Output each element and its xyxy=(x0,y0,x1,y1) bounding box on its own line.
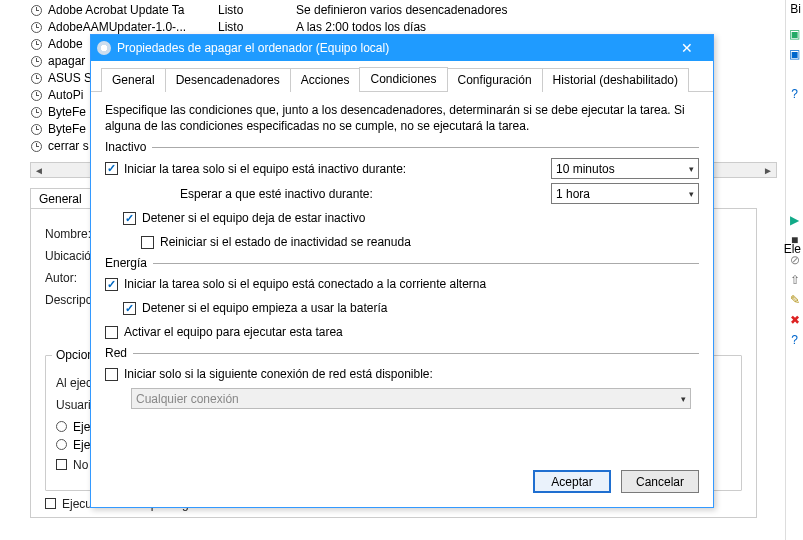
region-bi: Bi xyxy=(790,2,801,16)
chevron-down-icon: ▾ xyxy=(689,164,694,174)
tab-conditions[interactable]: Condiciones xyxy=(359,67,447,91)
checkbox-wake-to-run[interactable] xyxy=(105,326,118,339)
checkbox-restart-if-idle[interactable] xyxy=(141,236,154,249)
section-power: Energía Iniciar la tarea solo si el equi… xyxy=(105,256,699,342)
divider xyxy=(152,147,699,148)
checkbox-stop-on-battery[interactable] xyxy=(123,302,136,315)
dialog-content: Especifique las condiciones que, junto a… xyxy=(91,92,713,460)
clock-icon xyxy=(28,87,44,103)
app-icon xyxy=(97,41,111,55)
select-value: Cualquier conexión xyxy=(136,392,681,406)
label-stop-if-not-idle: Detener si el equipo deja de estar inact… xyxy=(142,211,365,225)
help-icon[interactable]: ? xyxy=(787,86,803,102)
select-wait-idle[interactable]: 1 hora ▾ xyxy=(551,183,699,204)
properties-dialog: Propiedades de apagar el ordenador (Equi… xyxy=(90,34,714,508)
checkbox-stop-if-not-idle[interactable] xyxy=(123,212,136,225)
dialog-tabbar: General Desencadenadores Acciones Condic… xyxy=(91,61,713,92)
select-network-connection: Cualquier conexión ▾ xyxy=(131,388,691,409)
select-value: 1 hora xyxy=(556,187,689,201)
export-icon[interactable]: ⇧ xyxy=(787,272,803,288)
label-start-on-ac: Iniciar la tarea solo si el equipo está … xyxy=(124,277,486,291)
tab-general[interactable]: General xyxy=(101,68,166,92)
tab-general-bg[interactable]: General xyxy=(30,188,91,209)
scroll-right-icon[interactable]: ► xyxy=(760,163,776,177)
folder-icon[interactable]: ▣ xyxy=(787,26,803,42)
tab-history[interactable]: Historial (deshabilitado) xyxy=(542,68,689,92)
checkbox-start-if-net[interactable] xyxy=(105,368,118,381)
dialog-title: Propiedades de apagar el ordenador (Equi… xyxy=(117,41,667,55)
import-icon[interactable]: ▣ xyxy=(787,46,803,62)
select-idle-duration[interactable]: 10 minutos ▾ xyxy=(551,158,699,179)
cancel-button[interactable]: Cancelar xyxy=(621,470,699,493)
divider xyxy=(133,353,699,354)
section-idle-title: Inactivo xyxy=(105,140,146,154)
clock-icon xyxy=(28,104,44,120)
properties-icon[interactable]: ✎ xyxy=(787,292,803,308)
task-trigger: Se definieron varios desencadenadores xyxy=(296,2,803,19)
section-network-title: Red xyxy=(105,346,127,360)
clock-icon xyxy=(28,2,44,18)
run-icon[interactable]: ▶ xyxy=(787,212,803,228)
ok-button[interactable]: Aceptar xyxy=(533,470,611,493)
divider xyxy=(787,66,803,82)
label-stop-on-battery: Detener si el equipo empieza a usar la b… xyxy=(142,301,387,315)
section-power-title: Energía xyxy=(105,256,147,270)
task-name: Adobe Acrobat Update Ta xyxy=(48,2,218,19)
label-restart-if-idle: Reiniciar si el estado de inactividad se… xyxy=(160,235,411,249)
clock-icon xyxy=(28,53,44,69)
tab-config[interactable]: Configuración xyxy=(447,68,543,92)
close-button[interactable]: ✕ xyxy=(667,37,707,59)
task-row[interactable]: Adobe Acrobat Update Ta Listo Se definie… xyxy=(28,2,803,19)
label-wake-to-run: Activar el equipo para ejecutar esta tar… xyxy=(124,325,343,339)
clock-icon xyxy=(28,19,44,35)
intro-text: Especifique las condiciones que, junto a… xyxy=(105,102,699,134)
section-idle: Inactivo Iniciar la tarea solo si el equ… xyxy=(105,140,699,252)
chevron-down-icon: ▾ xyxy=(681,394,686,404)
checkbox-start-on-ac[interactable] xyxy=(105,278,118,291)
delete-icon[interactable]: ✖ xyxy=(787,312,803,328)
tab-actions[interactable]: Acciones xyxy=(290,68,361,92)
scroll-left-icon[interactable]: ◄ xyxy=(31,164,47,178)
clock-icon xyxy=(28,36,44,52)
clock-icon xyxy=(28,138,44,154)
section-network: Red Iniciar solo si la siguiente conexió… xyxy=(105,346,699,409)
bg-tabbar: General xyxy=(30,188,91,209)
clock-icon xyxy=(28,121,44,137)
task-status: Listo xyxy=(218,2,296,19)
actions-pane: Bi ▣ ▣ ? Ele ▶ ■ ⊘ ⇧ ✎ ✖ ? xyxy=(785,0,803,540)
tab-triggers[interactable]: Desencadenadores xyxy=(165,68,291,92)
help-icon[interactable]: ? xyxy=(787,332,803,348)
divider xyxy=(153,263,699,264)
select-value: 10 minutos xyxy=(556,162,689,176)
label-wait-idle: Esperar a que esté inactivo durante: xyxy=(180,187,373,201)
chevron-down-icon: ▾ xyxy=(689,189,694,199)
label-start-if-net: Iniciar solo si la siguiente conexión de… xyxy=(124,367,433,381)
checkbox-start-if-idle[interactable] xyxy=(105,162,118,175)
clock-icon xyxy=(28,70,44,86)
dialog-buttons: Aceptar Cancelar xyxy=(91,460,713,507)
label-start-if-idle: Iniciar la tarea solo si el equipo está … xyxy=(124,162,406,176)
titlebar[interactable]: Propiedades de apagar el ordenador (Equi… xyxy=(91,35,713,61)
region-ele: Ele xyxy=(784,242,801,256)
